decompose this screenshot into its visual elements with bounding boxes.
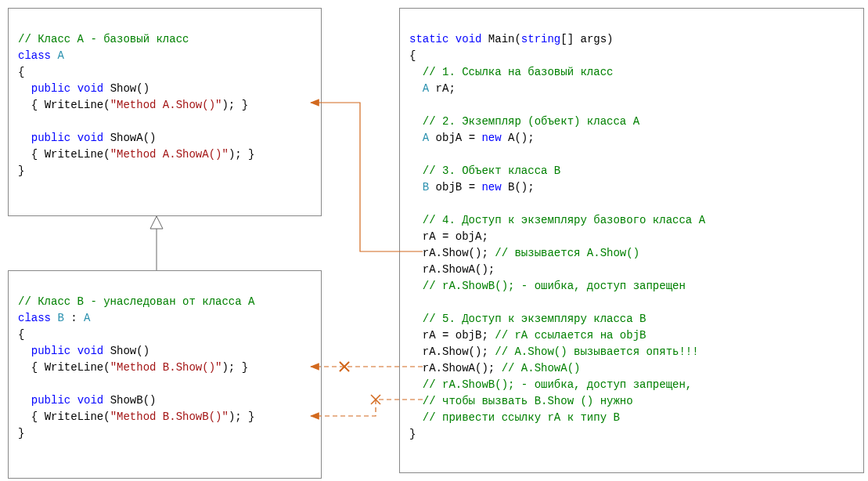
method-name: Show()	[110, 345, 149, 357]
keyword: public	[31, 132, 70, 144]
keyword: public	[31, 394, 70, 407]
comment: // 1. Ссылка на базовый класс	[423, 66, 614, 78]
brace: {	[18, 66, 24, 78]
ctor: B();	[502, 181, 535, 193]
class-name: B	[57, 312, 63, 324]
string: "Method A.Show()"	[110, 99, 222, 111]
string: "Method B.ShowB()"	[110, 410, 229, 423]
keyword: string	[521, 33, 560, 45]
ctor: A();	[502, 132, 535, 144]
method-name: Show()	[110, 82, 149, 95]
comment: // 4. Доступ к экземпляру базового класс…	[423, 214, 705, 226]
body-close: ); }	[229, 148, 255, 161]
type: A	[423, 132, 429, 144]
keyword: new	[481, 132, 501, 144]
call: WriteLine(	[45, 410, 110, 423]
comment: // rA.ShowB(); - ошибка, доступ запрещен	[423, 280, 686, 292]
call: WriteLine(	[45, 148, 110, 161]
svg-line-7	[371, 395, 380, 404]
string: "Method B.Show()"	[110, 361, 222, 374]
body-open: {	[31, 361, 45, 374]
brace: {	[409, 49, 416, 62]
stmt: rA.ShowA();	[423, 362, 502, 374]
diagram-container: // Класс A - базовый класс class A { pub…	[8, 8, 860, 473]
comment: // A.Show() вызывается опять!!!	[495, 345, 698, 358]
keyword: class	[18, 49, 51, 62]
comment: // rA ссылается на objB	[495, 329, 646, 342]
comment: // 5. Доступ к экземпляру класса B	[423, 313, 646, 325]
base-class: A	[84, 312, 90, 324]
keyword: new	[481, 181, 501, 193]
comment: // привести ссылку rA к типу B	[423, 411, 620, 424]
keyword: public	[31, 82, 70, 95]
stmt: rA = objB;	[423, 329, 495, 342]
stmt: rA = objA;	[423, 230, 488, 243]
type: B	[423, 181, 429, 193]
comment: // 2. Экземпляр (объект) класса A	[423, 115, 639, 128]
keyword: public	[31, 345, 70, 357]
var-decl: objB =	[429, 181, 481, 193]
svg-line-8	[371, 395, 380, 404]
keyword: static	[409, 33, 448, 45]
body-open: {	[31, 148, 45, 161]
keyword: void	[456, 33, 482, 45]
args: [] args)	[560, 33, 613, 45]
var-decl: rA;	[429, 82, 456, 95]
keyword: void	[77, 345, 104, 357]
var-decl: objA =	[429, 132, 481, 144]
keyword: void	[77, 394, 104, 407]
comment: // Класс A - базовый класс	[18, 33, 189, 45]
comment: // A.ShowA()	[502, 362, 581, 374]
comment: // 3. Объект класса B	[423, 165, 560, 177]
body-open: {	[31, 99, 45, 111]
class-a-box: // Класс A - базовый класс class A { pub…	[8, 8, 322, 216]
svg-line-6	[340, 362, 349, 371]
comment: // Класс B - унаследован от класса A	[18, 295, 254, 308]
call: WriteLine(	[45, 99, 110, 111]
comment: // чтобы вызвать B.Show () нужно	[423, 395, 633, 407]
body-close: ); }	[222, 99, 248, 111]
method-name: ShowA()	[110, 132, 157, 144]
keyword: void	[77, 132, 104, 144]
inheritance-connector	[150, 216, 163, 270]
svg-line-5	[340, 362, 349, 371]
brace: }	[409, 428, 416, 440]
body-close: ); }	[229, 410, 255, 423]
class-name: A	[57, 49, 63, 62]
stmt: rA.Show();	[423, 247, 495, 259]
colon: :	[64, 312, 84, 324]
svg-marker-4	[150, 216, 163, 229]
call: WriteLine(	[45, 361, 110, 374]
stmt: rA.Show();	[423, 345, 495, 358]
main-method-box: static void Main(string[] args) { // 1. …	[399, 8, 864, 473]
comment: // rA.ShowB(); - ошибка, доступ запрещен…	[423, 378, 692, 391]
keyword: void	[77, 82, 104, 95]
string: "Method A.ShowA()"	[110, 148, 229, 161]
body-open: {	[31, 410, 45, 423]
brace: {	[18, 328, 24, 341]
comment: // вызывается A.Show()	[495, 247, 639, 259]
keyword: class	[18, 312, 51, 324]
body-close: ); }	[222, 361, 248, 374]
method-name: ShowB()	[110, 394, 157, 407]
stmt: rA.ShowA();	[423, 263, 495, 276]
class-b-box: // Класс B - унаследован от класса A cla…	[8, 270, 322, 479]
brace: }	[18, 165, 24, 177]
method-name: Main(	[488, 33, 521, 45]
brace: }	[18, 427, 24, 439]
type: A	[423, 82, 429, 95]
